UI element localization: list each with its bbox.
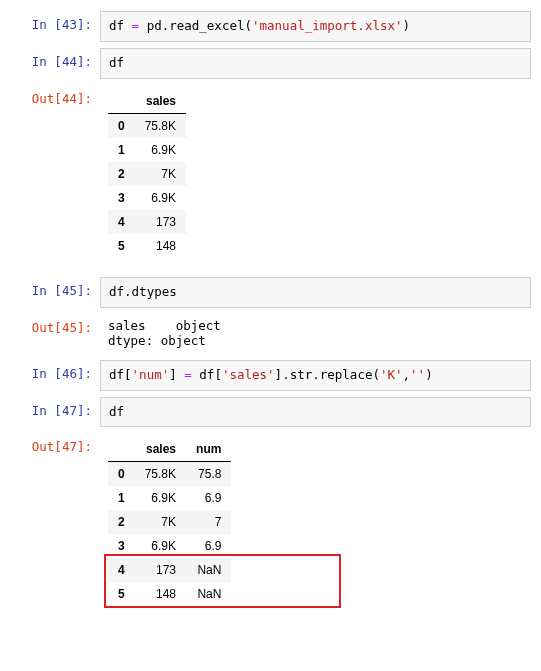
cell-in-43: In [43]: df = pd.read_excel('manual_impo… [0,8,531,45]
cell-in-44: In [44]: df [0,45,531,82]
table-row: 27K [108,162,186,186]
cell-out-45: Out[45]: sales object dtype: object [0,311,531,357]
table-row: 4173NaN [108,558,231,582]
table-row: 27K7 [108,510,231,534]
prompt-out-45: Out[45]: [0,314,100,340]
prompt-in-47: In [47]: [0,397,100,423]
table-row: 075.8K75.8 [108,462,231,487]
prompt-in-46: In [46]: [0,360,100,386]
prompt-in-44: In [44]: [0,48,100,74]
dataframe-output-47: sales num 075.8K75.8 16.9K6.9 27K7 36.9K… [100,433,531,619]
code-input-47[interactable]: df [100,397,531,428]
table-row: 36.9K [108,186,186,210]
cell-in-45: In [45]: df.dtypes [0,274,531,311]
code-input-46[interactable]: df['num'] = df['sales'].str.replace('K',… [100,360,531,391]
prompt-in-43: In [43]: [0,11,100,37]
cell-out-47: Out[47]: sales num 075.8K75.8 16.9K6.9 2… [0,430,531,622]
table-row: 4173 [108,210,186,234]
prompt-out-47: Out[47]: [0,433,100,459]
dataframe-table-44: sales 075.8K 16.9K 27K 36.9K 4173 5148 [108,89,186,258]
code-input-44[interactable]: df [100,48,531,79]
prompt-out-44: Out[44]: [0,85,100,111]
df47-corner [108,437,135,462]
table-row: 36.9K6.9 [108,534,231,558]
df44-col-sales: sales [135,89,186,114]
dataframe-table-47: sales num 075.8K75.8 16.9K6.9 27K7 36.9K… [108,437,231,606]
dataframe-output-44: sales 075.8K 16.9K 27K 36.9K 4173 5148 [100,85,531,271]
text-output-45: sales object dtype: object [100,314,531,354]
table-row: 16.9K6.9 [108,486,231,510]
df47-col-num: num [186,437,231,462]
table-row: 5148NaN [108,582,231,606]
code-input-45[interactable]: df.dtypes [100,277,531,308]
table-row: 16.9K [108,138,186,162]
cell-out-44: Out[44]: sales 075.8K 16.9K 27K 36.9K 41… [0,82,531,274]
table-row: 075.8K [108,113,186,138]
table-row: 5148 [108,234,186,258]
code-input-43[interactable]: df = pd.read_excel('manual_import.xlsx') [100,11,531,42]
df47-col-sales: sales [135,437,186,462]
cell-in-46: In [46]: df['num'] = df['sales'].str.rep… [0,357,531,394]
df44-corner [108,89,135,114]
prompt-in-45: In [45]: [0,277,100,303]
cell-in-47: In [47]: df [0,394,531,431]
